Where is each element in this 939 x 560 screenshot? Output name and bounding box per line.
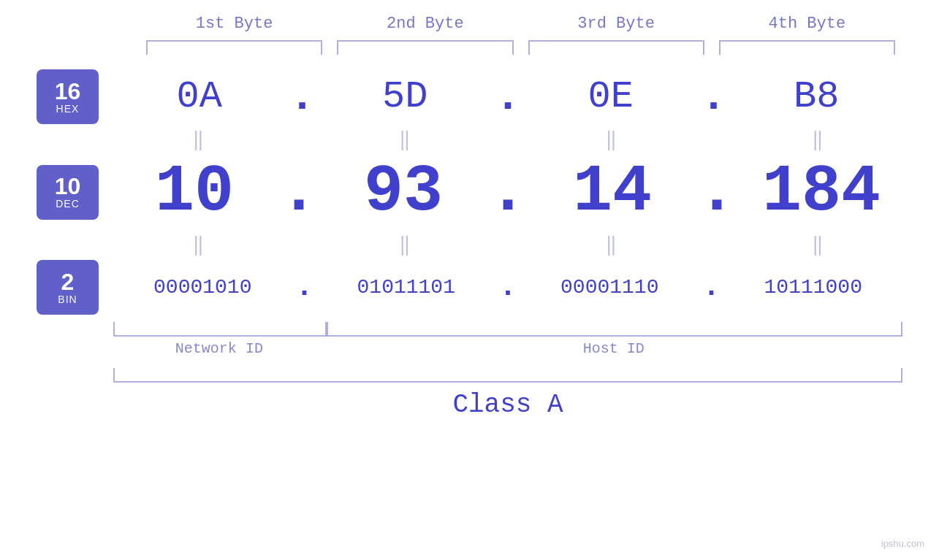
bracket-byte4 bbox=[719, 40, 895, 55]
eq2-space1 bbox=[284, 233, 320, 256]
bin-byte1: 00001010 bbox=[113, 276, 292, 299]
eq-inner-2: ‖ ‖ ‖ ‖ bbox=[113, 233, 902, 256]
bin-base-number: 2 bbox=[61, 270, 75, 294]
bin-row: 2 BIN 00001010 . 01011101 . 00001110 . 1… bbox=[37, 260, 902, 315]
hex-dot3: . bbox=[696, 72, 730, 122]
big-bottom-bracket-section: Class A bbox=[37, 368, 902, 420]
eq2-space3 bbox=[696, 233, 733, 256]
bin-byte2: 01011101 bbox=[317, 276, 495, 299]
eq2-byte3: ‖ bbox=[526, 233, 696, 256]
hex-dot2: . bbox=[491, 72, 525, 122]
eq1-byte3: ‖ bbox=[526, 128, 696, 151]
bin-values: 00001010 . 01011101 . 00001110 . 1011100… bbox=[113, 271, 902, 304]
byte-headers: 1st Byte 2nd Byte 3rd Byte 4th Byte bbox=[37, 15, 902, 33]
hex-row: 16 HEX 0A . 5D . 0E . B8 bbox=[37, 69, 902, 124]
bin-dot2: . bbox=[495, 271, 520, 304]
hex-byte1: 0A bbox=[113, 75, 285, 118]
hex-byte3: 0E bbox=[525, 75, 696, 118]
eq1-byte1: ‖ bbox=[113, 128, 284, 151]
eq-inner-1: ‖ ‖ ‖ ‖ bbox=[113, 128, 902, 151]
eq2-byte1: ‖ bbox=[113, 233, 284, 256]
host-bracket bbox=[327, 322, 902, 337]
hex-base-label: HEX bbox=[56, 103, 80, 115]
bottom-brackets bbox=[113, 322, 902, 337]
hex-dot1: . bbox=[285, 72, 319, 122]
equals-row-2: ‖ ‖ ‖ ‖ bbox=[37, 233, 902, 256]
hex-badge: 16 HEX bbox=[37, 69, 99, 124]
byte-3-header: 3rd Byte bbox=[521, 15, 712, 33]
dec-byte4: 184 bbox=[740, 155, 902, 229]
network-id-label: Network ID bbox=[113, 340, 325, 357]
big-bracket-line bbox=[113, 368, 902, 383]
hex-byte4: B8 bbox=[731, 75, 902, 118]
equals-row-1: ‖ ‖ ‖ ‖ bbox=[37, 128, 902, 151]
eq2-space2 bbox=[490, 233, 526, 256]
watermark: ipshu.com bbox=[881, 538, 924, 549]
hex-base-number: 16 bbox=[55, 80, 81, 103]
bracket-byte2 bbox=[337, 40, 513, 55]
bracket-byte1 bbox=[146, 40, 322, 55]
eq1-space3 bbox=[696, 128, 733, 151]
byte-1-header: 1st Byte bbox=[139, 15, 330, 33]
network-bracket bbox=[113, 322, 327, 337]
eq2-byte2: ‖ bbox=[320, 233, 490, 256]
bin-base-label: BIN bbox=[58, 294, 77, 305]
bin-byte4: 10111000 bbox=[724, 276, 902, 299]
dec-dot2: . bbox=[484, 155, 531, 229]
bracket-byte3 bbox=[528, 40, 704, 55]
bin-badge: 2 BIN bbox=[37, 260, 99, 315]
dec-byte3: 14 bbox=[531, 155, 693, 229]
dec-base-number: 10 bbox=[55, 174, 81, 198]
class-label: Class A bbox=[113, 390, 902, 420]
main-container: 1st Byte 2nd Byte 3rd Byte 4th Byte 16 H… bbox=[0, 0, 939, 560]
dec-byte1: 10 bbox=[113, 155, 275, 229]
dec-byte2: 93 bbox=[322, 155, 484, 229]
bottom-section: Network ID Host ID bbox=[37, 322, 902, 357]
dec-dot1: . bbox=[275, 155, 322, 229]
top-brackets bbox=[37, 40, 902, 55]
bottom-labels: Network ID Host ID bbox=[113, 340, 902, 357]
bin-dot3: . bbox=[699, 271, 723, 304]
eq1-space1 bbox=[284, 128, 320, 151]
eq2-byte4: ‖ bbox=[733, 233, 903, 256]
hex-byte2: 5D bbox=[319, 75, 491, 118]
eq1-byte2: ‖ bbox=[320, 128, 490, 151]
byte-2-header: 2nd Byte bbox=[330, 15, 520, 33]
hex-values: 0A . 5D . 0E . B8 bbox=[113, 72, 902, 122]
dec-base-label: DEC bbox=[56, 198, 80, 210]
bin-byte3: 00001110 bbox=[520, 276, 699, 299]
dec-row: 10 DEC 10 . 93 . 14 . 184 bbox=[37, 155, 902, 229]
bin-dot1: . bbox=[292, 271, 316, 304]
host-id-label: Host ID bbox=[325, 340, 902, 357]
dec-dot3: . bbox=[693, 155, 740, 229]
byte-4-header: 4th Byte bbox=[712, 15, 902, 33]
eq1-space2 bbox=[490, 128, 526, 151]
dec-values: 10 . 93 . 14 . 184 bbox=[113, 155, 902, 229]
dec-badge: 10 DEC bbox=[37, 165, 99, 220]
eq1-byte4: ‖ bbox=[733, 128, 903, 151]
